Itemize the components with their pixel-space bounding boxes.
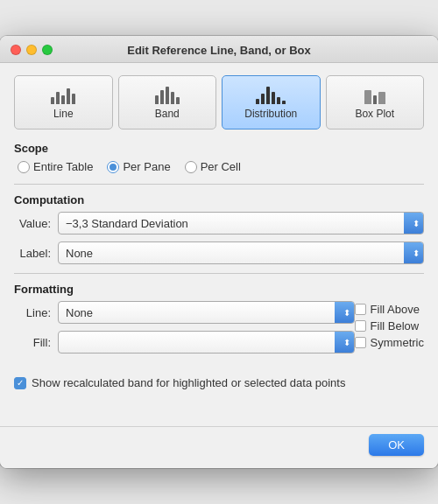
line-label: Line:	[14, 306, 51, 319]
label-select-wrapper: None ⬍	[58, 242, 424, 264]
dialog-content: Line Band	[0, 63, 438, 426]
fill-label: Fill:	[14, 336, 51, 349]
checkbox-symmetric[interactable]: Symmetric	[355, 336, 424, 349]
line-field-row: Line: None ⬍	[14, 301, 355, 324]
checkbox-fill-above[interactable]: Fill Above	[355, 303, 424, 316]
radio-per-pane-circle	[107, 161, 119, 173]
label-field-row: Label: None ⬍	[14, 242, 424, 264]
computation-title: Computation	[14, 193, 424, 206]
window-title: Edit Reference Line, Band, or Box	[127, 44, 311, 57]
value-select[interactable]: −3,3 Standard Deviation	[58, 212, 424, 234]
line-select[interactable]: None	[58, 301, 355, 324]
checkbox-fill-below-box	[355, 320, 366, 332]
checkbox-fill-below-label: Fill Below	[371, 319, 420, 332]
tab-distribution[interactable]: Distribution	[222, 75, 321, 130]
dist-chart-icon	[256, 85, 286, 104]
line-chart-icon	[51, 85, 75, 104]
show-band-label: Show recalculated band for highlighted o…	[32, 376, 345, 389]
scope-radio-group: Entire Table Per Pane Per Cell	[14, 160, 424, 173]
checkbox-fill-below[interactable]: Fill Below	[355, 319, 424, 332]
radio-entire-table-circle	[18, 161, 30, 173]
radio-per-cell-label: Per Cell	[201, 160, 241, 173]
radio-per-pane[interactable]: Per Pane	[107, 160, 170, 173]
divider-2	[14, 273, 424, 274]
label-label: Label:	[14, 247, 51, 260]
tab-band[interactable]: Band	[118, 75, 217, 130]
formatting-row: Line: None ⬍ Fill:	[14, 301, 424, 360]
radio-per-pane-label: Per Pane	[123, 160, 170, 173]
ok-button[interactable]: OK	[369, 434, 424, 456]
value-field-row: Value: −3,3 Standard Deviation ⬍	[14, 212, 424, 234]
computation-section: Computation Value: −3,3 Standard Deviati…	[14, 193, 424, 264]
radio-per-cell[interactable]: Per Cell	[185, 160, 241, 173]
maximize-button[interactable]	[42, 45, 53, 55]
radio-per-cell-circle	[185, 161, 197, 173]
checkbox-symmetric-box	[355, 337, 366, 348]
scope-title: Scope	[14, 142, 424, 155]
scope-section: Scope Entire Table Per Pane Per Cell	[14, 142, 424, 173]
show-band-row[interactable]: Show recalculated band for highlighted o…	[14, 371, 424, 395]
close-button[interactable]	[11, 45, 21, 55]
tab-band-label: Band	[155, 108, 180, 120]
formatting-section: Formatting Line: None ⬍ Fill:	[14, 283, 424, 360]
bottom-bar: OK	[0, 426, 438, 468]
dialog-window: Edit Reference Line, Band, or Box Line	[0, 36, 438, 468]
fill-field-row: Fill: ⬍	[14, 331, 355, 354]
boxplot-chart-icon	[364, 85, 385, 104]
formatting-title: Formatting	[14, 283, 424, 296]
band-chart-icon	[155, 85, 180, 104]
tab-boxplot-label: Box Plot	[355, 108, 394, 120]
fill-select[interactable]	[58, 331, 355, 354]
traffic-lights	[11, 45, 53, 55]
show-band-checkbox	[14, 377, 26, 389]
checkbox-fill-above-label: Fill Above	[371, 303, 420, 316]
label-select[interactable]: None	[58, 242, 424, 264]
formatting-left: Line: None ⬍ Fill:	[14, 301, 355, 360]
tab-line[interactable]: Line	[14, 75, 113, 130]
tab-distribution-label: Distribution	[244, 108, 297, 120]
minimize-button[interactable]	[26, 45, 37, 55]
tab-bar: Line Band	[14, 75, 424, 130]
line-select-wrapper: None ⬍	[58, 301, 355, 324]
tab-line-label: Line	[53, 108, 74, 120]
titlebar: Edit Reference Line, Band, or Box	[0, 36, 438, 63]
divider-1	[14, 184, 424, 185]
fill-select-wrapper: ⬍	[58, 331, 355, 354]
radio-entire-table[interactable]: Entire Table	[18, 160, 93, 173]
formatting-checkboxes: Fill Above Fill Below Symmetric	[355, 301, 424, 349]
value-label: Value:	[14, 217, 51, 230]
radio-entire-table-label: Entire Table	[33, 160, 93, 173]
checkbox-symmetric-label: Symmetric	[371, 336, 424, 349]
tab-boxplot[interactable]: Box Plot	[326, 75, 425, 130]
checkbox-fill-above-box	[355, 304, 366, 315]
value-select-wrapper: −3,3 Standard Deviation ⬍	[58, 212, 424, 234]
